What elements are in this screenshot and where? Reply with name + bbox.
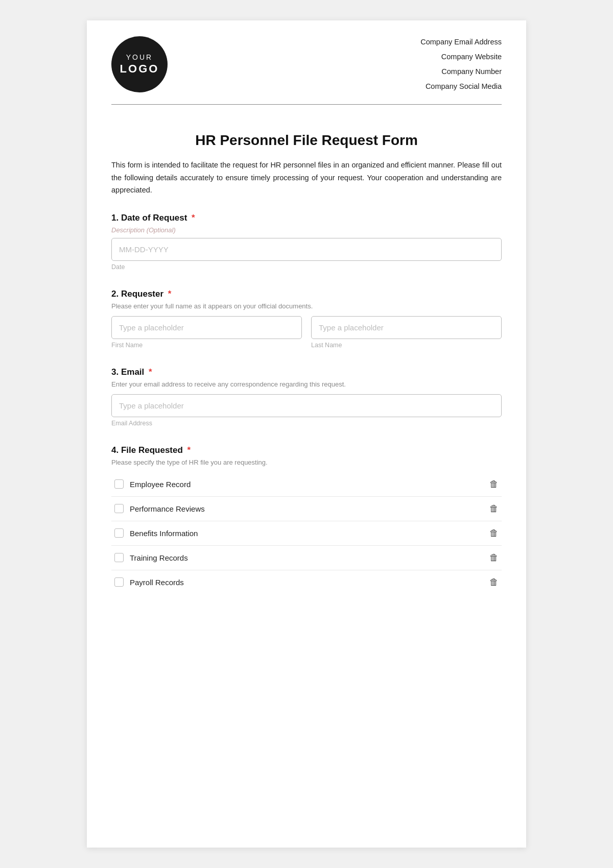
delete-icon-employee-record[interactable]: 🗑 xyxy=(489,479,499,490)
company-email: Company Email Address xyxy=(420,35,502,50)
logo-line1: YOUR xyxy=(126,53,153,62)
checkbox-employee-record[interactable] xyxy=(114,479,124,489)
date-input[interactable] xyxy=(111,238,502,261)
last-name-label: Last Name xyxy=(311,342,502,349)
section-email: 3. Email * Enter your email address to r… xyxy=(111,367,502,427)
last-name-input[interactable] xyxy=(311,316,502,339)
page: YOUR LOGO Company Email Address Company … xyxy=(87,20,526,848)
list-item: Performance Reviews 🗑 xyxy=(111,497,502,521)
section-2-desc: Please enter your full name as it appear… xyxy=(111,302,502,310)
date-field-wrap: Date xyxy=(111,238,502,271)
delete-icon-training-records[interactable]: 🗑 xyxy=(489,552,499,563)
form-title: HR Personnel File Request Form xyxy=(111,132,502,149)
optional-desc: Description (Optional) xyxy=(111,226,502,234)
section-3-title: 3. Email * xyxy=(111,367,502,377)
list-item: Training Records 🗑 xyxy=(111,546,502,570)
file-type-checkbox-list: Employee Record 🗑 Performance Reviews 🗑 … xyxy=(111,472,502,594)
email-field-wrap: Email Address xyxy=(111,394,502,427)
delete-icon-payroll-records[interactable]: 🗑 xyxy=(489,577,499,588)
checkbox-label-benefits-information: Benefits Information xyxy=(130,529,198,538)
checkbox-label-training-records: Training Records xyxy=(130,553,188,562)
section-4-title: 4. File Requested * xyxy=(111,445,502,455)
checkbox-label-performance-reviews: Performance Reviews xyxy=(130,504,205,513)
company-social-media: Company Social Media xyxy=(420,79,502,94)
date-field-label: Date xyxy=(111,263,502,271)
email-field-label: Email Address xyxy=(111,420,502,427)
company-number: Company Number xyxy=(420,64,502,79)
requester-two-col: First Name Last Name xyxy=(111,316,502,349)
section-2-title: 2. Requester * xyxy=(111,289,502,299)
checkbox-training-records[interactable] xyxy=(114,553,124,562)
list-item: Benefits Information 🗑 xyxy=(111,521,502,546)
first-name-field-wrap: First Name xyxy=(111,316,302,349)
required-indicator: * xyxy=(168,289,172,299)
checkbox-performance-reviews[interactable] xyxy=(114,504,124,513)
company-info-block: Company Email Address Company Website Co… xyxy=(420,35,502,94)
checkbox-benefits-information[interactable] xyxy=(114,528,124,538)
list-item: Employee Record 🗑 xyxy=(111,472,502,497)
email-input[interactable] xyxy=(111,394,502,417)
section-3-desc: Enter your email address to receive any … xyxy=(111,380,502,388)
list-item: Payroll Records 🗑 xyxy=(111,570,502,594)
first-name-input[interactable] xyxy=(111,316,302,339)
company-logo: YOUR LOGO xyxy=(111,36,168,92)
checkbox-label-employee-record: Employee Record xyxy=(130,480,191,489)
required-indicator: * xyxy=(187,445,191,455)
delete-icon-benefits-information[interactable]: 🗑 xyxy=(489,528,499,539)
section-date-of-request: 1. Date of Request * Description (Option… xyxy=(111,213,502,271)
checkbox-payroll-records[interactable] xyxy=(114,577,124,587)
first-name-label: First Name xyxy=(111,342,302,349)
last-name-field-wrap: Last Name xyxy=(311,316,502,349)
header: YOUR LOGO Company Email Address Company … xyxy=(87,20,526,104)
section-requester: 2. Requester * Please enter your full na… xyxy=(111,289,502,349)
checkbox-label-payroll-records: Payroll Records xyxy=(130,578,184,587)
section-4-desc: Please specify the type of HR file you a… xyxy=(111,459,502,466)
form-description: This form is intended to facilitate the … xyxy=(111,159,502,197)
company-website: Company Website xyxy=(420,50,502,64)
section-file-requested: 4. File Requested * Please specify the t… xyxy=(111,445,502,594)
required-indicator: * xyxy=(192,213,195,223)
section-1-title: 1. Date of Request * xyxy=(111,213,502,223)
delete-icon-performance-reviews[interactable]: 🗑 xyxy=(489,503,499,514)
required-indicator: * xyxy=(149,367,152,377)
logo-line2: LOGO xyxy=(120,62,159,77)
form-content: HR Personnel File Request Form This form… xyxy=(87,105,526,637)
